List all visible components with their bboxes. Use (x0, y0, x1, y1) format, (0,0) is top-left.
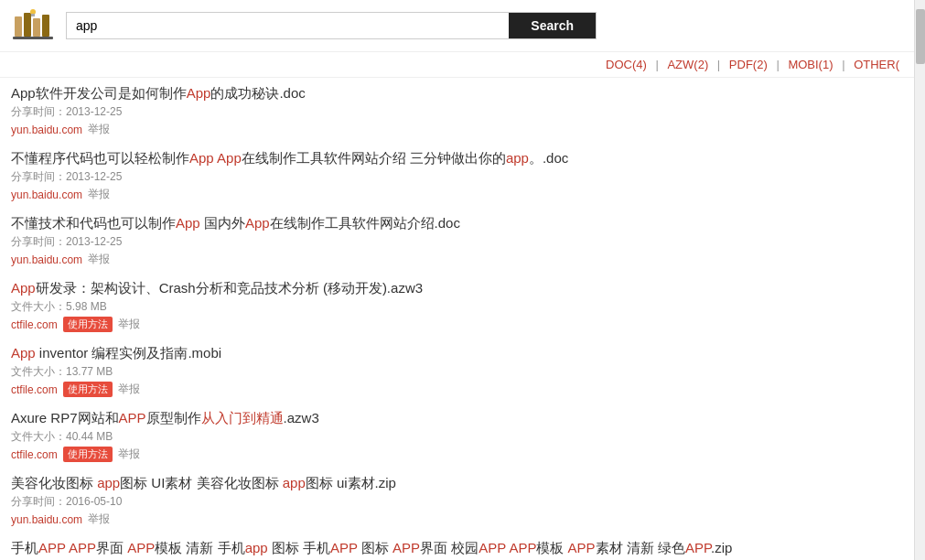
source-link[interactable]: ctfile.com (11, 448, 58, 461)
scrollbar-thumb[interactable] (916, 9, 925, 64)
result-link[interactable]: 美容化妆图标 app图标 UI素材 美容化妆图标 app图标 ui素材.zip (11, 475, 396, 490)
result-meta: 分享时间：2013-12-25 (11, 169, 903, 185)
result-title: App研发录：架构设计、Crash分析和竞品技术分析 (移动开发).azw3 (11, 280, 903, 297)
report-link[interactable]: 举报 (118, 382, 140, 397)
result-link[interactable]: App研发录：架构设计、Crash分析和竞品技术分析 (移动开发).azw3 (11, 280, 423, 296)
source-link[interactable]: yun.baidu.com (11, 188, 82, 201)
source-link[interactable]: yun.baidu.com (11, 124, 82, 136)
report-link[interactable]: 举报 (88, 187, 110, 202)
result-title: App软件开发公司是如何制作App的成功秘诀.doc (11, 85, 903, 102)
result-link[interactable]: App inventor 编程实例及指南.mobi (11, 345, 221, 361)
results-container: App软件开发公司是如何制作App的成功秘诀.doc 分享时间：2013-12-… (0, 78, 914, 560)
filter-mobi[interactable]: MOBI(1) (788, 58, 833, 71)
list-item: App研发录：架构设计、Crash分析和竞品技术分析 (移动开发).azw3 文… (11, 280, 903, 332)
result-meta: 文件大小：5.98 MB (11, 299, 903, 315)
result-link[interactable]: Axure RP7网站和APP原型制作从入门到精通.azw3 (11, 410, 319, 425)
search-input[interactable]: app (67, 13, 509, 38)
result-source: yun.baidu.com 举报 (11, 252, 903, 267)
list-item: 不懂程序代码也可以轻松制作App App在线制作工具软件网站介绍 三分钟做出你的… (11, 150, 903, 202)
report-link[interactable]: 举报 (118, 317, 140, 332)
result-title: Axure RP7网站和APP原型制作从入门到精通.azw3 (11, 410, 903, 427)
result-meta: 分享时间：2013-12-25 (11, 234, 903, 250)
filter-sep-4: | (842, 58, 844, 71)
filter-sep-3: | (776, 58, 779, 71)
list-item: 不懂技术和代码也可以制作App 国内外App在线制作工具软件网站介绍.doc 分… (11, 215, 903, 267)
report-link[interactable]: 举报 (88, 252, 110, 267)
filter-pdf[interactable]: PDF(2) (729, 58, 768, 71)
filter-other[interactable]: OTHER( (854, 58, 899, 71)
result-title: 手机APP APP界面 APP模板 清新 手机app 图标 手机APP 图标 A… (11, 540, 903, 557)
report-link[interactable]: 举报 (118, 447, 140, 462)
list-item: App inventor 编程实例及指南.mobi 文件大小：13.77 MB … (11, 345, 903, 397)
result-meta: 文件大小：13.77 MB (11, 364, 903, 380)
result-meta: 分享时间：2016-05-10 (11, 494, 903, 510)
result-title: 不懂技术和代码也可以制作App 国内外App在线制作工具软件网站介绍.doc (11, 215, 903, 232)
result-source: yun.baidu.com 举报 (11, 512, 903, 527)
svg-rect-4 (13, 37, 53, 39)
result-source: ctfile.com 使用方法 举报 (11, 447, 903, 462)
result-source: ctfile.com 使用方法 举报 (11, 317, 903, 332)
result-title: 美容化妆图标 app图标 UI素材 美容化妆图标 app图标 ui素材.zip (11, 475, 903, 492)
result-title: App inventor 编程实例及指南.mobi (11, 345, 903, 362)
result-source: ctfile.com 使用方法 举报 (11, 382, 903, 397)
header: app Search (0, 0, 914, 52)
svg-rect-0 (15, 16, 22, 37)
result-meta: 分享时间：2013-12-25 (11, 104, 903, 120)
result-link[interactable]: 手机APP APP界面 APP模板 清新 手机app 图标 手机APP 图标 A… (11, 540, 732, 555)
result-link[interactable]: App软件开发公司是如何制作App的成功秘诀.doc (11, 85, 306, 101)
report-link[interactable]: 举报 (88, 122, 110, 137)
filter-bar: DOC(4) | AZW(2) | PDF(2) | MOBI(1) | OTH… (0, 52, 914, 78)
filter-sep-2: | (717, 58, 720, 71)
list-item: Axure RP7网站和APP原型制作从入门到精通.azw3 文件大小：40.4… (11, 410, 903, 462)
scrollbar[interactable] (914, 0, 925, 560)
svg-rect-2 (33, 18, 40, 37)
source-link[interactable]: ctfile.com (11, 318, 58, 331)
list-item: App软件开发公司是如何制作App的成功秘诀.doc 分享时间：2013-12-… (11, 85, 903, 137)
logo (11, 7, 55, 44)
list-item: 手机APP APP界面 APP模板 清新 手机app 图标 手机APP 图标 A… (11, 540, 903, 560)
source-link[interactable]: yun.baidu.com (11, 253, 82, 266)
svg-rect-6 (31, 14, 35, 16)
svg-rect-3 (42, 15, 49, 37)
filter-azw[interactable]: AZW(2) (667, 58, 708, 71)
result-meta: 文件大小：40.44 MB (11, 429, 903, 445)
filter-sep-1: | (655, 58, 658, 71)
report-link[interactable]: 举报 (88, 512, 110, 527)
search-box: app Search (66, 12, 597, 39)
result-source: yun.baidu.com 举报 (11, 122, 903, 137)
source-link[interactable]: yun.baidu.com (11, 513, 82, 526)
source-link[interactable]: ctfile.com (11, 383, 58, 396)
usage-badge: 使用方法 (63, 317, 113, 332)
result-source: yun.baidu.com 举报 (11, 187, 903, 202)
usage-badge: 使用方法 (63, 447, 113, 462)
svg-rect-1 (24, 13, 31, 37)
result-link[interactable]: 不懂技术和代码也可以制作App 国内外App在线制作工具软件网站介绍.doc (11, 215, 460, 231)
result-title: 不懂程序代码也可以轻松制作App App在线制作工具软件网站介绍 三分钟做出你的… (11, 150, 903, 167)
result-link[interactable]: 不懂程序代码也可以轻松制作App App在线制作工具软件网站介绍 三分钟做出你的… (11, 150, 568, 166)
usage-badge: 使用方法 (63, 382, 113, 397)
search-button[interactable]: Search (509, 13, 596, 38)
list-item: 美容化妆图标 app图标 UI素材 美容化妆图标 app图标 ui素材.zip … (11, 475, 903, 527)
filter-doc[interactable]: DOC(4) (606, 58, 647, 71)
